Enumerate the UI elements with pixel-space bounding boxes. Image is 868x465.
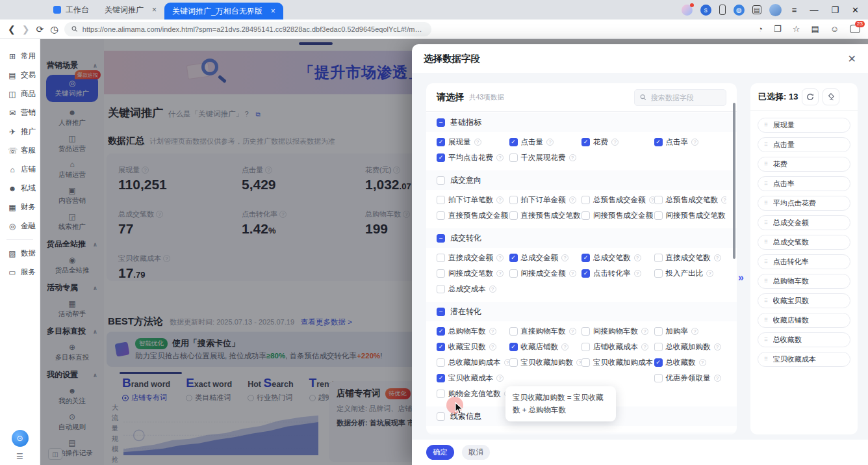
group-checkbox[interactable]: –: [437, 234, 445, 243]
field-宝贝收藏加购数[interactable]: 宝贝收藏加购数?: [509, 355, 582, 370]
drag-handle-icon[interactable]: ⠿: [764, 181, 769, 187]
group-checkbox[interactable]: [437, 176, 445, 185]
field-直接成交笔数[interactable]: 直接成交笔数?: [654, 250, 727, 265]
field-拍下订单金额[interactable]: 拍下订单金额?: [509, 193, 582, 207]
group-checkbox[interactable]: –: [437, 118, 445, 127]
rail-item-金融[interactable]: ◎金融: [0, 217, 40, 235]
field-checkbox[interactable]: [437, 254, 445, 262]
drag-handle-icon[interactable]: ⠿: [764, 278, 769, 284]
field-checkbox[interactable]: [509, 211, 518, 220]
field-checkbox[interactable]: ✓: [654, 358, 663, 367]
field-点击率[interactable]: ✓点击率?: [654, 135, 727, 150]
field-拍下订单笔数[interactable]: 拍下订单笔数?: [437, 193, 509, 207]
group-header-潜在转化[interactable]: –潜在转化: [426, 302, 737, 321]
clear-selected-button[interactable]: [823, 88, 839, 105]
field-checkbox[interactable]: [654, 196, 663, 204]
drag-handle-icon[interactable]: ⠿: [764, 298, 769, 304]
rail-item-常用[interactable]: ⊞常用: [0, 47, 40, 66]
forward-icon[interactable]: ❯: [22, 24, 30, 34]
group-header-成交意向[interactable]: 成交意向: [426, 170, 737, 190]
field-checkbox[interactable]: ✓: [581, 254, 590, 262]
selected-field-总收藏数[interactable]: ⠿总收藏数: [758, 332, 850, 347]
field-checkbox[interactable]: ✓: [437, 374, 445, 382]
selected-field-总成交金额[interactable]: ⠿总成交金额: [758, 215, 850, 230]
field-checkbox[interactable]: [437, 358, 445, 367]
field-checkbox[interactable]: [581, 196, 590, 204]
speed-icon[interactable]: ◔: [758, 24, 763, 34]
field-checkbox[interactable]: [437, 285, 445, 293]
drag-handle-icon[interactable]: ⠿: [764, 337, 769, 343]
field-checkbox[interactable]: [509, 358, 518, 367]
drag-handle-icon[interactable]: ⠿: [764, 200, 769, 206]
field-点击量[interactable]: ✓点击量?: [509, 135, 582, 150]
field-checkbox[interactable]: ✓: [509, 138, 518, 146]
drag-handle-icon[interactable]: ⠿: [764, 142, 769, 148]
history-icon[interactable]: ◷: [50, 24, 58, 34]
back-icon[interactable]: ❮: [8, 24, 16, 34]
drag-handle-icon[interactable]: ⠿: [764, 259, 769, 265]
rail-item-服务[interactable]: ▭服务: [0, 263, 40, 282]
reset-selected-button[interactable]: [802, 88, 819, 105]
field-间接成交笔数[interactable]: 间接成交笔数?: [437, 266, 509, 281]
field-checkbox[interactable]: [437, 390, 445, 398]
browser-avatar[interactable]: [769, 4, 782, 16]
field-checkbox[interactable]: ✓: [437, 153, 445, 162]
rail-item-交易[interactable]: ▤交易: [0, 66, 40, 85]
field-总收藏加购成本[interactable]: 总收藏加购成本?: [437, 355, 509, 370]
field-花费[interactable]: ✓花费?: [581, 135, 654, 150]
field-加购率[interactable]: 加购率?: [654, 324, 727, 339]
confirm-button[interactable]: 确定: [426, 445, 454, 460]
field-checkbox[interactable]: [654, 327, 663, 336]
field-间接预售成交金额[interactable]: 间接预售成交金额?: [581, 208, 654, 223]
field-优惠券领取量[interactable]: 优惠券领取量?: [654, 371, 727, 386]
field-checkbox[interactable]: [437, 211, 445, 220]
field-checkbox[interactable]: [509, 196, 518, 204]
group-header-旺旺咨询量[interactable]: 旺旺咨询量?: [426, 432, 737, 434]
selected-field-收藏店铺数[interactable]: ⠿收藏店铺数: [758, 313, 850, 328]
selected-field-点击量[interactable]: ⠿点击量: [758, 137, 850, 152]
field-间接成交金额[interactable]: 间接成交金额?: [509, 266, 582, 281]
field-直接预售成交金额[interactable]: 直接预售成交金额?: [437, 208, 509, 223]
reading-list-icon[interactable]: ▤: [811, 24, 819, 34]
selected-field-总购物车数[interactable]: ⠿总购物车数: [758, 274, 850, 289]
field-展现量[interactable]: ✓展现量?: [437, 135, 509, 150]
field-直接预售成交笔数[interactable]: 直接预售成交笔数?: [509, 208, 582, 223]
field-search-box[interactable]: [634, 89, 726, 106]
field-search-input[interactable]: [650, 93, 721, 102]
tab-close-icon[interactable]: ×: [271, 7, 275, 16]
field-checkbox[interactable]: [581, 358, 590, 367]
field-checkbox[interactable]: [654, 269, 663, 278]
group-header-成交转化[interactable]: –成交转化: [426, 228, 737, 248]
panel-collapse-chevron-icon[interactable]: »: [738, 272, 743, 284]
window-close-button[interactable]: ✕: [849, 5, 862, 15]
extension-phone-icon[interactable]: [719, 5, 726, 15]
selected-field-点击率[interactable]: ⠿点击率: [758, 176, 850, 191]
field-总成交金额[interactable]: ✓总成交金额?: [509, 250, 582, 265]
field-checkbox[interactable]: [654, 254, 663, 262]
reload-icon[interactable]: ⟳: [36, 24, 44, 34]
cancel-button[interactable]: 取消: [462, 445, 490, 460]
field-checkbox[interactable]: ✓: [437, 138, 445, 146]
mood-icon[interactable]: ☺: [830, 24, 839, 34]
selected-field-宝贝收藏成本[interactable]: ⠿宝贝收藏成本: [758, 352, 850, 367]
field-间接预售成交笔数[interactable]: 间接预售成交笔数?: [654, 208, 727, 223]
field-总收藏加购数[interactable]: 总收藏加购数?: [654, 339, 727, 354]
extension-note-icon[interactable]: ▤: [752, 5, 761, 14]
field-店铺收藏成本[interactable]: 店铺收藏成本?: [581, 339, 654, 354]
rail-item-店铺[interactable]: ⌂店铺: [0, 160, 40, 179]
field-checkbox[interactable]: [581, 327, 590, 336]
field-checkbox[interactable]: [509, 269, 518, 278]
field-收藏宝贝数[interactable]: ✓收藏宝贝数?: [437, 339, 509, 354]
rail-item-营销[interactable]: ✉营销: [0, 103, 40, 122]
window-minimize-button[interactable]: —: [807, 5, 821, 15]
group-header-基础指标[interactable]: –基础指标: [426, 113, 737, 132]
rail-item-客服[interactable]: ☏客服: [0, 141, 40, 160]
field-宝贝收藏成本[interactable]: ✓宝贝收藏成本?: [437, 371, 509, 386]
field-购物金充值笔数[interactable]: 购物金充值笔数?: [437, 386, 509, 401]
drag-handle-icon[interactable]: ⠿: [764, 161, 769, 167]
rail-item-推广[interactable]: ✈推广: [0, 122, 40, 141]
field-直接成交金额[interactable]: 直接成交金额?: [437, 250, 509, 265]
field-checkbox[interactable]: ✓: [581, 269, 590, 278]
rail-item-数据[interactable]: ▨数据: [0, 244, 40, 263]
field-checkbox[interactable]: [654, 343, 663, 351]
